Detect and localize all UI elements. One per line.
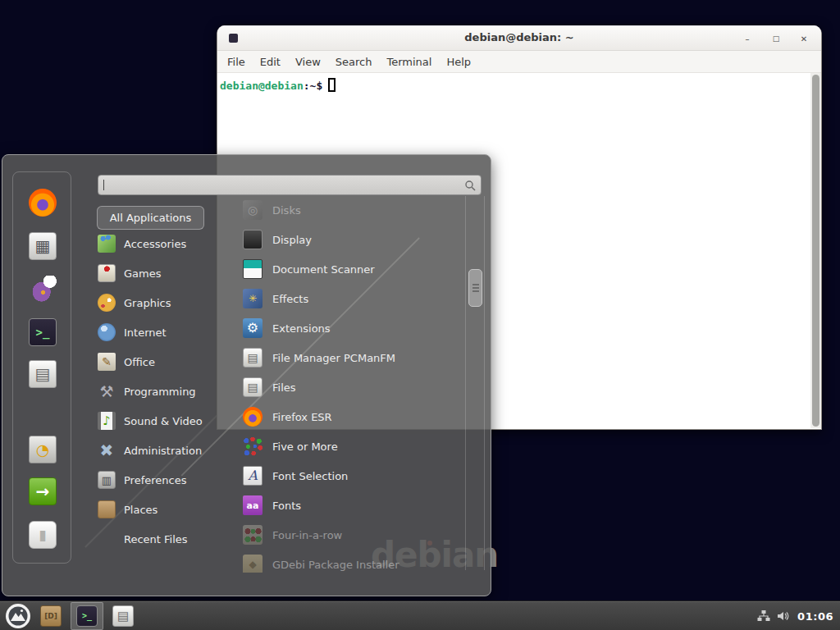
app-five-or-more[interactable]: Five or More xyxy=(240,431,463,461)
pidgin-icon xyxy=(29,276,57,304)
desktop: debian debian@debian: ~ – □ ✕ FileEditVi… xyxy=(0,0,840,630)
search-box[interactable] xyxy=(98,175,482,195)
app-fonts[interactable]: aaFonts xyxy=(240,491,463,520)
favorite-file-cabinet-button[interactable]: ▤ xyxy=(29,360,57,388)
app-label: Display xyxy=(272,234,312,246)
terminal-menu-edit[interactable]: Edit xyxy=(253,52,288,71)
extensions-icon-wrap: ⚙ xyxy=(243,318,262,338)
category-label: Internet xyxy=(124,326,167,339)
clock[interactable]: 01:06 xyxy=(794,610,837,623)
terminal-menu-terminal[interactable]: Terminal xyxy=(379,52,439,71)
four-in-a-row-icon xyxy=(243,525,262,545)
system-tray: 01:06 xyxy=(756,601,837,630)
search-input[interactable] xyxy=(104,176,464,194)
app-label: Document Scanner xyxy=(272,263,375,276)
app-files[interactable]: ▤Files xyxy=(240,372,463,402)
terminal-scrollbar[interactable] xyxy=(810,73,821,428)
favorite-terminal-button[interactable]: >_ xyxy=(29,318,57,346)
favorite-control-center-button[interactable]: ▦ xyxy=(29,232,57,260)
app-document-scanner[interactable]: Document Scanner xyxy=(240,254,463,284)
maximize-button[interactable]: □ xyxy=(769,32,783,45)
extensions-icon: ⚙ xyxy=(243,318,262,338)
menu-scrollbar-track[interactable] xyxy=(465,196,485,570)
favorite-logout-button[interactable]: → xyxy=(29,477,57,505)
accessories-icon xyxy=(98,235,116,253)
app-firefox-esr[interactable]: Firefox ESR xyxy=(240,402,463,431)
category-graphics[interactable]: Graphics xyxy=(94,288,230,317)
effects-icon-wrap: ✳ xyxy=(243,289,262,308)
category-accessories[interactable]: Accessories xyxy=(94,229,230,258)
five-or-more-icon xyxy=(243,436,262,456)
terminal-menu-view[interactable]: View xyxy=(288,52,328,71)
taskbar-file-manager-button[interactable]: ▤ xyxy=(107,602,139,630)
search-icon xyxy=(464,180,476,191)
internet-icon-wrap xyxy=(98,323,116,341)
category-label: Places xyxy=(124,504,158,516)
category-recent-files[interactable]: Recent Files xyxy=(94,524,230,554)
menu-scrollbar-thumb[interactable] xyxy=(468,269,482,307)
category-office[interactable]: ✎Office xyxy=(94,347,230,377)
app-label: GDebi Package Installer xyxy=(272,559,399,571)
menu-logo-icon xyxy=(5,603,31,629)
app-label: File Manager PCManFM xyxy=(272,352,395,364)
volume-icon[interactable] xyxy=(775,609,790,623)
empty-icon-space xyxy=(98,530,116,548)
network-icon[interactable] xyxy=(756,609,771,623)
category-label: Administration xyxy=(124,445,202,457)
category-administration[interactable]: ✖Administration xyxy=(94,436,230,465)
prompt-path: :~$ xyxy=(304,80,322,92)
app-gdebi-package-installer[interactable]: ◆GDebi Package Installer xyxy=(240,550,463,573)
terminal-menu-file[interactable]: File xyxy=(220,52,253,71)
taskbar-file-manager-desktop-button[interactable]: [D] xyxy=(34,602,67,630)
category-programming[interactable]: ⚒Programming xyxy=(94,377,230,406)
display-icon xyxy=(243,230,262,249)
favorite-shutdown-button[interactable]: ▮ xyxy=(29,521,57,549)
taskbar-terminal-button[interactable]: >_ xyxy=(71,602,103,630)
category-label: Sound & Video xyxy=(124,415,203,427)
category-sound-video[interactable]: ♪Sound & Video xyxy=(94,406,230,436)
font-selection-icon-wrap: A xyxy=(243,466,262,486)
app-label: Fonts xyxy=(272,500,301,512)
effects-icon: ✳ xyxy=(243,289,262,308)
category-places[interactable]: Places xyxy=(94,495,230,524)
taskbar-menu-button[interactable] xyxy=(5,603,31,629)
preferences-icon: ▥ xyxy=(98,471,116,489)
disks-icon: ◎ xyxy=(243,200,262,220)
app-four-in-a-row[interactable]: Four-in-a-row xyxy=(240,520,463,550)
close-button[interactable]: ✕ xyxy=(797,32,810,45)
app-effects[interactable]: ✳Effects xyxy=(240,284,463,313)
app-display[interactable]: Display xyxy=(240,225,463,254)
administration-icon: ✖ xyxy=(98,441,116,459)
favorite-firefox-button[interactable] xyxy=(29,189,57,217)
minimize-button[interactable]: – xyxy=(741,32,754,45)
app-font-selection[interactable]: AFont Selection xyxy=(240,461,463,491)
terminal-menu-search[interactable]: Search xyxy=(328,52,380,71)
firefox-icon-wrap xyxy=(243,407,262,427)
app-disks[interactable]: ◎Disks xyxy=(240,195,463,225)
fonts-icon-wrap: aa xyxy=(243,495,262,515)
all-applications-button[interactable]: All Applications xyxy=(97,206,204,230)
sound-video-icon: ♪ xyxy=(98,412,116,430)
gdebi-icon: ◆ xyxy=(243,555,262,573)
terminal-scrollbar-thumb[interactable] xyxy=(812,75,819,427)
preferences-icon-wrap: ▥ xyxy=(98,471,116,489)
app-file-manager-pcmanfm[interactable]: ▤File Manager PCManFM xyxy=(240,343,463,372)
firefox-icon xyxy=(29,189,57,217)
favorite-screensaver-button[interactable]: ◔ xyxy=(29,436,57,463)
app-extensions[interactable]: ⚙Extensions xyxy=(240,313,463,343)
category-games[interactable]: Games xyxy=(94,258,230,288)
scrollbar-grip-icon xyxy=(472,287,479,289)
app-label: Extensions xyxy=(272,322,331,335)
office-icon: ✎ xyxy=(98,353,116,371)
category-list: AccessoriesGamesGraphicsInternet✎Office⚒… xyxy=(94,229,230,554)
terminal-menu-help[interactable]: Help xyxy=(439,52,478,71)
terminal-window-title: debian@debian: ~ xyxy=(217,31,821,43)
category-preferences[interactable]: ▥Preferences xyxy=(94,465,230,495)
category-internet[interactable]: Internet xyxy=(94,317,230,347)
four-in-a-row-icon-wrap xyxy=(243,525,262,545)
favorite-pidgin-button[interactable] xyxy=(29,276,57,304)
terminal-titlebar[interactable]: debian@debian: ~ – □ ✕ xyxy=(217,25,821,51)
terminal-icon: >_ xyxy=(29,318,57,346)
favorites-panel: ▦>_▤◔→▮ xyxy=(12,171,71,564)
file-cabinet-icon: ▤ xyxy=(29,360,57,388)
